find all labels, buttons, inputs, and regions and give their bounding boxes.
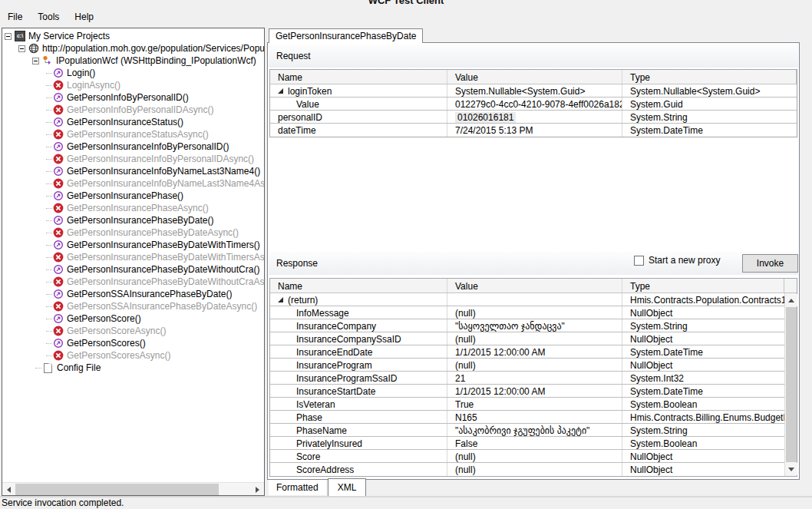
type-cell: NullObject xyxy=(622,450,784,462)
response-row[interactable]: InsuranceEndDate1/1/2015 12:00:00 AMSyst… xyxy=(270,345,784,359)
menu-item-file[interactable]: File xyxy=(0,9,30,25)
request-row[interactable]: personalID01026016181System.String xyxy=(270,111,797,124)
cell-name: loginToken xyxy=(288,86,332,97)
tree-item-endpoint-url[interactable]: http://population.moh.gov.ge/population/… xyxy=(2,42,264,55)
scroll-down-arrow-icon[interactable] xyxy=(785,463,797,475)
value-cell[interactable]: 01026016181 xyxy=(447,111,622,123)
tree-method-item[interactable]: GetPersonInfoByPersonalID() xyxy=(2,91,264,104)
tree-method-item[interactable]: GetPersonInsuranceInfoByNameLast3Name4As… xyxy=(2,177,264,190)
scrollbar-thumb[interactable] xyxy=(15,484,219,495)
expander-minus-icon[interactable] xyxy=(18,45,25,52)
response-row[interactable]: PhaseName"ასაკობრივი ჯგუფების პაკეტი"Sys… xyxy=(270,424,784,437)
tree-method-item[interactable]: GetPersonInsurancePhaseByDateWithTimers(… xyxy=(2,239,264,251)
tree-method-item[interactable]: GetPersonScoresAsync() xyxy=(2,349,264,362)
tree-method-item[interactable]: LoginAsync() xyxy=(2,79,264,91)
response-row[interactable]: (return)Hmis.Contracts.Population.Contra… xyxy=(270,293,784,306)
response-row[interactable]: InsuranceProgram(null)NullObject xyxy=(270,359,784,372)
tree-method-item[interactable]: GetPersonInsuranceInfoByNameLast3Name4() xyxy=(2,165,264,177)
response-vertical-scrollbar[interactable] xyxy=(784,293,797,476)
tree-method-item[interactable]: GetPersonScore() xyxy=(2,312,264,325)
column-header-name[interactable]: Name xyxy=(270,70,447,84)
response-row[interactable]: Score(null)NullObject xyxy=(270,450,784,463)
value-cell: False xyxy=(447,437,622,449)
response-row[interactable]: InsuranceCompany"საყოველთაო ჯანდაცვა"Sys… xyxy=(270,319,784,332)
type-cell: System.String xyxy=(622,111,797,123)
column-header-value[interactable]: Value xyxy=(447,279,622,293)
invoke-button[interactable]: Invoke xyxy=(742,254,798,273)
tree-method-item[interactable]: GetPersonInsurancePhaseByDate() xyxy=(2,214,264,226)
error-icon xyxy=(53,129,64,140)
expanded-triangle-icon[interactable] xyxy=(278,88,283,94)
tree-method-item[interactable]: GetPersonScoreAsync() xyxy=(2,325,264,337)
scroll-left-arrow-icon[interactable] xyxy=(2,483,15,496)
tab-xml[interactable]: XML xyxy=(328,478,367,497)
cell-value[interactable]: 7/24/2015 5:13 PM xyxy=(455,125,533,136)
operation-content: Request NameValueTypeloginTokenSystem.Nu… xyxy=(267,42,800,480)
tree-method-item[interactable]: GetPersonSSAInsurancePhaseByDate() xyxy=(2,288,264,300)
tree-method-item[interactable]: GetPersonScores() xyxy=(2,337,264,349)
type-cell: System.Int32 xyxy=(622,372,784,384)
tree-method-item[interactable]: GetPersonInfoByPersonalIDAsync() xyxy=(2,104,264,116)
expander-minus-icon[interactable] xyxy=(5,33,12,40)
cell-value[interactable]: System.Nullable<System.Guid> xyxy=(455,86,585,97)
tree-method-item[interactable]: GetPersonInsuranceInfoByPersonalIDAsync(… xyxy=(2,153,264,165)
value-cell[interactable]: 012279c0-4cc0-4210-9078-4eff0026a182 xyxy=(447,98,622,110)
response-row[interactable]: IsVeteranTrueSystem.Boolean xyxy=(270,398,784,411)
column-header-value[interactable]: Value xyxy=(447,70,622,84)
response-row[interactable]: InsuranceStartDate1/1/2015 12:00:00 AMSy… xyxy=(270,385,784,398)
checkbox-unchecked-icon[interactable] xyxy=(634,256,644,266)
tree-method-item[interactable]: GetPersonInsuranceInfoByPersonalID() xyxy=(2,140,264,153)
tree-method-item[interactable]: GetPersonInsuranceStatusAsync() xyxy=(2,128,264,140)
column-header-name[interactable]: Name xyxy=(270,279,447,293)
tree-method-item[interactable]: GetPersonInsurancePhaseByDateWithTimersA… xyxy=(2,251,264,263)
column-header-type[interactable]: Type xyxy=(622,70,797,84)
cell-value: (null) xyxy=(455,360,476,371)
response-row[interactable]: PrivatelyInsuredFalseSystem.Boolean xyxy=(270,437,784,450)
cell-value: 1/1/2015 12:00:00 AM xyxy=(455,347,545,358)
request-row[interactable]: Value012279c0-4cc0-4210-9078-4eff0026a18… xyxy=(270,98,797,111)
tree-method-item[interactable]: GetPersonSSAInsurancePhaseByDateAsync() xyxy=(2,300,264,312)
request-row[interactable]: dateTime7/24/2015 5:13 PMSystem.DateTime xyxy=(270,124,797,137)
tree-method-item[interactable]: GetPersonInsurancePhase() xyxy=(2,190,264,202)
tree-method-item[interactable]: GetPersonInsurancePhaseByDateWithoutCra(… xyxy=(2,263,264,276)
tab-formatted[interactable]: Formatted xyxy=(269,480,326,495)
tree-item-label: GetPersonInsurancePhaseByDateWithTimers(… xyxy=(64,240,260,250)
start-new-proxy-checkbox[interactable]: Start a new proxy xyxy=(634,255,720,266)
request-row[interactable]: loginTokenSystem.Nullable<System.Guid>Sy… xyxy=(270,84,797,98)
cell-type: NullObject xyxy=(630,308,672,319)
scrollbar-thumb[interactable] xyxy=(786,307,797,462)
response-row[interactable]: InsuranceCompanySsaID(null)NullObject xyxy=(270,332,784,345)
tree-method-item[interactable]: GetPersonInsurancePhaseByDateWithoutCraA… xyxy=(2,276,264,288)
scroll-up-arrow-icon[interactable] xyxy=(785,294,797,306)
expanded-triangle-icon[interactable] xyxy=(278,297,283,302)
value-cell[interactable]: System.Nullable<System.Guid> xyxy=(447,84,622,97)
error-icon xyxy=(53,350,64,361)
expander-minus-icon[interactable] xyxy=(32,58,39,64)
response-row[interactable]: InsuranceProgramSsaID21System.Int32 xyxy=(270,372,784,385)
response-row[interactable]: PhaseN165Hmis.Contracts.Billing.Enums.Bu… xyxy=(270,411,784,424)
tree-guide-line xyxy=(46,183,52,184)
tree-method-item[interactable]: GetPersonInsurancePhaseAsync() xyxy=(2,202,264,214)
scroll-right-arrow-icon[interactable] xyxy=(251,483,264,496)
tree-horizontal-scrollbar[interactable] xyxy=(2,482,264,495)
menu-item-help[interactable]: Help xyxy=(67,9,101,25)
value-cell: (null) xyxy=(447,306,622,319)
cell-type: System.Guid xyxy=(630,99,683,110)
tree-method-item[interactable]: GetPersonInsurancePhaseByDateAsync() xyxy=(2,226,264,239)
response-row[interactable]: InfoMessage(null)NullObject xyxy=(270,306,784,319)
type-cell: NullObject xyxy=(622,332,784,345)
tree-method-item[interactable]: GetPersonInsuranceStatus() xyxy=(2,116,264,128)
tree-item-config-file[interactable]: Config File xyxy=(2,362,264,374)
menu-item-tools[interactable]: Tools xyxy=(30,9,67,25)
value-cell[interactable]: 7/24/2015 5:13 PM xyxy=(447,124,622,137)
cell-value[interactable]: 01026016181 xyxy=(455,112,516,123)
error-icon xyxy=(53,252,64,263)
tree-method-item[interactable]: Login() xyxy=(2,67,264,79)
column-header-type[interactable]: Type xyxy=(622,279,784,293)
tree-item-my-service-projects[interactable]: c:\My Service Projects xyxy=(2,30,264,42)
request-grid-header: NameValueType xyxy=(270,70,797,84)
cell-value[interactable]: 012279c0-4cc0-4210-9078-4eff0026a182 xyxy=(455,99,622,110)
tree-item-contract[interactable]: IPopulationWcf (WSHttpBinding_IPopulatio… xyxy=(2,55,264,67)
response-row[interactable]: ScoreAddress(null)NullObject xyxy=(270,463,784,476)
operation-tab[interactable]: GetPersonInsurancePhaseByDate xyxy=(269,28,423,43)
